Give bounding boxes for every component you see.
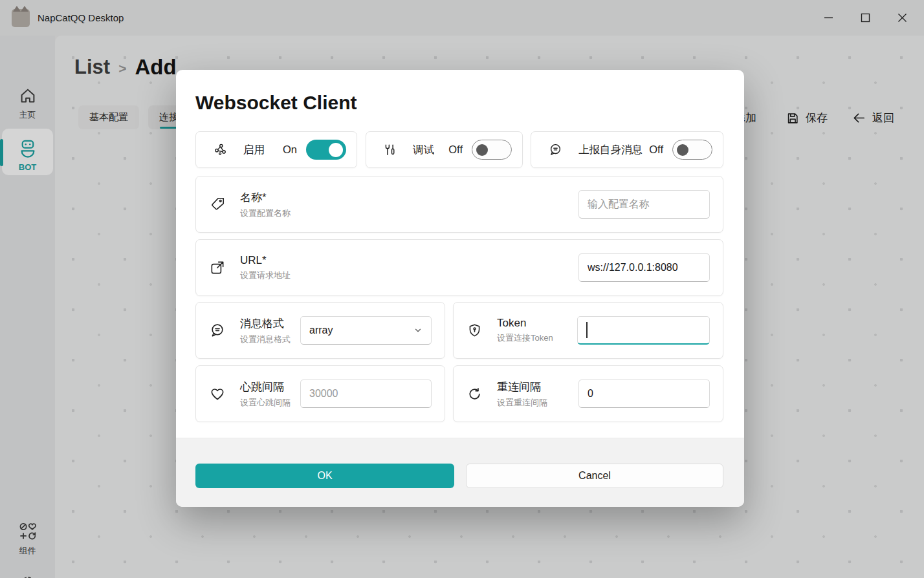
app-window: NapCatQQ Desktop 主页 (0, 0, 924, 578)
shield-icon (467, 323, 483, 339)
cancel-button[interactable]: Cancel (466, 464, 723, 488)
hub-icon (213, 142, 228, 157)
chat-icon (548, 142, 563, 157)
field-desc: 设置配置名称 (240, 208, 291, 219)
reconnect-input[interactable] (578, 380, 710, 408)
select-value: array (309, 325, 333, 336)
field-title: 心跳间隔 (240, 380, 291, 394)
field-title: 消息格式 (240, 316, 291, 331)
field-card-heartbeat: 心跳间隔 设置心跳间隔 (195, 365, 445, 422)
field-title: Token (497, 317, 553, 330)
tools-icon (383, 143, 397, 157)
url-input[interactable] (578, 253, 710, 282)
field-card-reconnect: 重连间隔 设置重连间隔 (453, 365, 723, 422)
field-desc: 设置消息格式 (240, 334, 291, 345)
toggle-knob (476, 144, 488, 156)
toggle-label: 调试 (413, 143, 434, 157)
chat-icon (209, 322, 226, 339)
toggle-knob (677, 144, 688, 156)
toggle-state: Off (649, 144, 663, 156)
field-desc: 设置心跳间隔 (240, 397, 291, 409)
field-card-url: URL* 设置请求地址 (195, 239, 723, 296)
toggle-label: 上报自身消息 (578, 143, 643, 157)
websocket-client-modal: Websocket Client 启用 On 调试 Off (176, 70, 744, 507)
field-title: 名称* (240, 190, 291, 205)
report-self-toggle[interactable] (672, 140, 712, 160)
debug-toggle[interactable] (472, 140, 512, 160)
token-input[interactable] (577, 316, 710, 345)
toggle-knob (329, 143, 343, 157)
chevron-down-icon (413, 326, 423, 335)
field-title: URL* (240, 254, 291, 267)
field-card-name: 名称* 设置配置名称 (195, 176, 723, 233)
tag-icon (209, 196, 226, 213)
toggle-state: Off (448, 144, 463, 156)
toggle-state: On (283, 144, 297, 156)
toggle-card-debug: 调试 Off (366, 131, 523, 168)
text-caret (586, 322, 588, 338)
field-desc: 设置请求地址 (240, 270, 291, 281)
heart-icon (209, 385, 226, 402)
field-card-token: Token 设置连接Token (453, 302, 723, 359)
field-desc: 设置连接Token (497, 332, 553, 344)
refresh-icon (467, 386, 483, 402)
field-card-format: 消息格式 设置消息格式 array (195, 302, 445, 359)
ok-button[interactable]: OK (195, 464, 454, 488)
toggle-card-report-self: 上报自身消息 Off (531, 131, 723, 168)
name-input[interactable] (578, 190, 710, 219)
enable-toggle[interactable] (306, 140, 346, 160)
field-desc: 设置重连间隔 (497, 397, 547, 409)
heartbeat-input[interactable] (300, 380, 432, 408)
external-link-icon (209, 259, 226, 276)
modal-title: Websocket Client (195, 92, 357, 114)
modal-footer: OK Cancel (176, 438, 744, 507)
toggle-label: 启用 (243, 143, 265, 157)
toggle-card-enable: 启用 On (195, 131, 357, 168)
message-format-select[interactable]: array (300, 316, 432, 345)
field-title: 重连间隔 (497, 380, 547, 394)
